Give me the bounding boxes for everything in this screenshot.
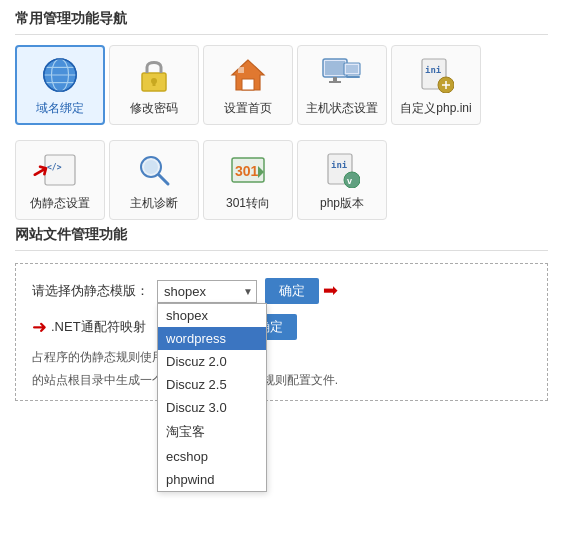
svg-text:ini: ini xyxy=(425,65,442,75)
net-label: .NET通配符映射 xyxy=(51,318,146,336)
dropdown-option-taobao[interactable]: 淘宝客 xyxy=(158,419,266,445)
template-label: 请选择伪静态模版： xyxy=(32,282,149,300)
php-version-icon: ini v xyxy=(320,148,364,192)
nav-label-domain-bind: 域名绑定 xyxy=(36,101,84,117)
globe-icon xyxy=(38,53,82,97)
template-dropdown-wrap: shopex ▼ shopex wordpress Discuz 2.0 Dis… xyxy=(157,280,257,303)
svg-rect-11 xyxy=(238,67,244,73)
magnifier-icon xyxy=(132,148,176,192)
nav-label-rewrite: 伪静态设置 xyxy=(30,196,90,212)
nav-label-php-version: php版本 xyxy=(320,196,364,212)
arrow-confirm: ⬅ xyxy=(323,280,338,302)
svg-rect-18 xyxy=(346,76,360,78)
dropdown-option-phpwind[interactable]: phpwind xyxy=(158,468,266,491)
nav-item-host-status[interactable]: 主机状态设置 xyxy=(297,45,387,125)
dropdown-option-discuz20[interactable]: Discuz 2.0 xyxy=(158,350,266,373)
svg-text:301: 301 xyxy=(235,163,259,179)
svg-rect-15 xyxy=(329,81,341,83)
nav-item-host-diagnosis[interactable]: 主机诊断 xyxy=(109,140,199,220)
nav-item-php-ini[interactable]: ini 自定义php.ini xyxy=(391,45,481,125)
phpini-icon: ini xyxy=(414,53,458,97)
svg-point-27 xyxy=(144,160,158,174)
house-icon xyxy=(226,53,270,97)
nav-label-host-diagnosis: 主机诊断 xyxy=(130,196,178,212)
lock-icon xyxy=(132,53,176,97)
redirect-301-icon: 301 xyxy=(226,148,270,192)
nav-grid-row2: </> 伪静态设置 主机诊断 301 xyxy=(15,140,548,220)
svg-rect-13 xyxy=(325,61,345,75)
template-select-wrap[interactable]: shopex ▼ xyxy=(157,280,257,303)
bottom-panel: 请选择伪静态模版： shopex ▼ shopex wordpress Disc… xyxy=(15,263,548,401)
nav-label-redirect-301: 301转向 xyxy=(226,196,270,212)
template-select-display[interactable]: shopex xyxy=(157,280,257,303)
arrow-net: ➜ xyxy=(32,316,47,338)
nav-item-rewrite[interactable]: </> 伪静态设置 xyxy=(15,140,105,220)
svg-line-28 xyxy=(159,175,168,184)
nav-item-modify-password[interactable]: 修改密码 xyxy=(109,45,199,125)
desc-text-2: 的站点根目录中生成一个.htaccess的伪静态规则配置文件. xyxy=(32,371,531,390)
nav-item-domain-bind[interactable]: 域名绑定 xyxy=(15,45,105,125)
nav-label-set-homepage: 设置首页 xyxy=(224,101,272,117)
svg-rect-17 xyxy=(346,65,358,73)
dropdown-option-shopex[interactable]: shopex xyxy=(158,304,266,327)
nav-label-php-ini: 自定义php.ini xyxy=(400,101,471,117)
svg-rect-14 xyxy=(333,77,337,81)
dropdown-option-discuz30[interactable]: Discuz 3.0 xyxy=(158,396,266,419)
svg-text:ini: ini xyxy=(331,160,348,170)
svg-text:v: v xyxy=(347,176,352,186)
nav-grid-row1: 域名绑定 修改密码 设置首页 xyxy=(15,45,548,125)
dropdown-option-ecshop[interactable]: ecshop xyxy=(158,445,266,468)
net-form-row: ➜ .NET通配符映射 确用 用 确定 xyxy=(32,314,531,340)
svg-rect-8 xyxy=(153,81,156,86)
nav-item-redirect-301[interactable]: 301 301转向 xyxy=(203,140,293,220)
template-form-row: 请选择伪静态模版： shopex ▼ shopex wordpress Disc… xyxy=(32,278,531,304)
nav-item-php-version[interactable]: ini v php版本 xyxy=(297,140,387,220)
svg-rect-10 xyxy=(242,79,254,90)
confirm-button-1[interactable]: 确定 xyxy=(265,278,319,304)
template-dropdown-list: shopex wordpress Discuz 2.0 Discuz 2.5 D… xyxy=(157,303,267,492)
monitor-icon xyxy=(320,53,364,97)
dropdown-option-wordpress[interactable]: wordpress xyxy=(158,327,266,350)
nav-label-host-status: 主机状态设置 xyxy=(306,101,378,117)
desc-text-1: 占程序的伪静态规则使用.htacces xyxy=(32,348,531,367)
dropdown-option-discuz25[interactable]: Discuz 2.5 xyxy=(158,373,266,396)
nav-label-modify-password: 修改密码 xyxy=(130,101,178,117)
section2-title: 网站文件管理功能 xyxy=(15,226,548,251)
nav-item-set-homepage[interactable]: 设置首页 xyxy=(203,45,293,125)
section1-title: 常用管理功能导航 xyxy=(15,10,548,35)
